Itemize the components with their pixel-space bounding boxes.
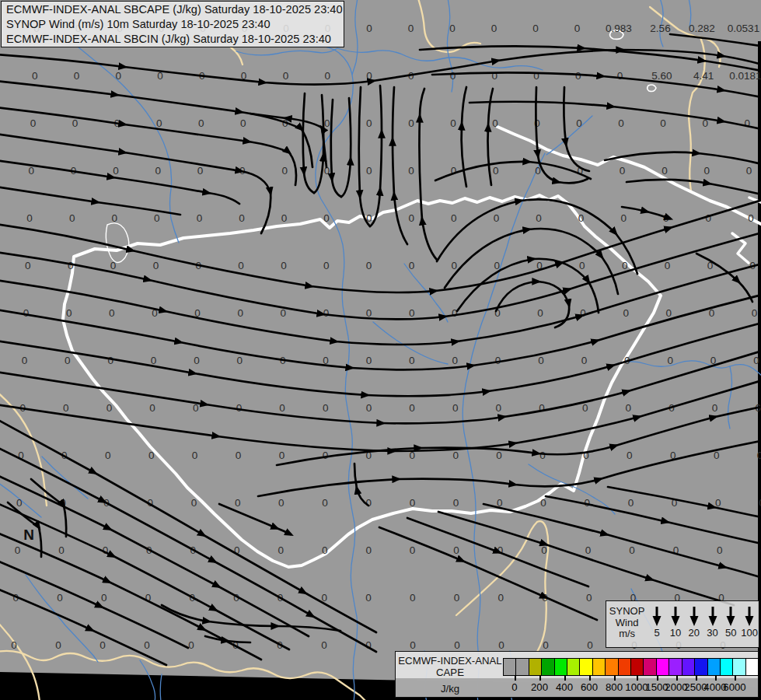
field-value: 0	[410, 497, 416, 509]
field-value: 0	[58, 544, 65, 556]
field-value: 0	[110, 260, 117, 271]
field-value: 0	[757, 450, 761, 461]
field-value: 4.41	[693, 70, 714, 82]
field-value: 0	[365, 497, 372, 509]
field-value: 0	[109, 307, 115, 319]
cape-color-cell	[580, 659, 592, 675]
field-value: 0	[194, 355, 200, 366]
field-value: 0	[151, 355, 157, 366]
field-value: 0	[239, 212, 245, 224]
cape-color-cell	[657, 659, 669, 675]
down-arrow-icon	[689, 605, 700, 626]
field-value: 0	[492, 117, 498, 129]
cape-color-cell	[721, 659, 733, 675]
field-value: 0	[580, 307, 586, 319]
field-value: 0	[585, 544, 592, 556]
field-value: 0	[537, 307, 543, 319]
cape-tick	[589, 675, 591, 681]
wind-legend: SYNOP Wind m/s 510203050100	[606, 600, 759, 648]
field-value: 0	[452, 355, 458, 366]
field-value: 0	[576, 117, 582, 129]
field-value: 0	[113, 165, 119, 177]
field-value: 0	[753, 355, 759, 366]
field-value: 2.56	[650, 23, 670, 34]
north-label: N	[23, 527, 34, 543]
field-value: 0	[452, 260, 458, 271]
field-value: 0	[452, 307, 458, 319]
cape-color-cell	[516, 659, 529, 675]
field-value: 0	[410, 544, 416, 556]
field-value: 0	[665, 260, 671, 271]
cape-tick	[564, 675, 566, 681]
field-value: 0	[63, 402, 69, 414]
cape-legend-parameter: CAPE	[396, 667, 504, 678]
field-value: 0	[99, 639, 106, 651]
field-value: 0	[574, 23, 581, 34]
field-value: 0	[30, 117, 37, 129]
field-value: 0	[452, 402, 459, 414]
down-arrow-icon	[707, 605, 718, 626]
field-value: 0	[238, 260, 244, 271]
field-value: 0	[532, 23, 539, 34]
field-value: 0	[69, 212, 75, 224]
field-value: 0	[149, 402, 155, 414]
cape-tick	[696, 675, 697, 681]
field-value: 0	[494, 212, 500, 224]
wind-speed-column: 10	[666, 605, 685, 647]
field-value: 0	[667, 355, 673, 366]
field-value: 0	[662, 165, 668, 177]
field-value: 0	[324, 70, 330, 82]
field-value: 0	[409, 260, 415, 271]
cape-tick-label: 6000	[717, 681, 752, 693]
field-value: 0	[107, 355, 113, 366]
field-value: 0	[106, 402, 113, 414]
down-arrow-icon	[651, 605, 662, 626]
field-value: 0	[105, 450, 111, 461]
cape-colorbar	[503, 658, 759, 676]
field-value: 0	[237, 355, 243, 366]
field-value: 0	[55, 639, 61, 651]
field-value: 0	[450, 117, 456, 129]
field-value: 0	[618, 117, 624, 129]
field-value: 0	[281, 212, 288, 224]
title-line-sbcin: ECMWF-INDEX-ANAL SBCIN (J/kg) Saturday 1…	[6, 32, 344, 47]
field-value: 0	[454, 592, 460, 604]
field-value: 0	[449, 23, 456, 34]
field-value: 0	[323, 260, 330, 271]
field-value: 0	[283, 70, 289, 82]
field-value: 0	[153, 260, 159, 271]
field-value: 0	[452, 450, 459, 461]
field-value: 0	[451, 212, 457, 224]
field-value: 0.282	[689, 23, 715, 34]
wind-speed-label: 5	[655, 627, 660, 639]
field-value: 0.983	[606, 23, 632, 34]
field-value: 0.0531	[728, 23, 759, 34]
field-value: 0	[323, 307, 330, 319]
field-value: 0	[322, 497, 328, 509]
cape-color-cell	[631, 659, 644, 675]
wind-speed-label: 20	[688, 627, 699, 639]
field-value: 0	[498, 592, 504, 604]
field-value: 0	[409, 355, 415, 366]
field-value: 0	[68, 260, 74, 271]
field-value: 0	[111, 212, 117, 224]
cape-color-cell	[733, 659, 745, 675]
field-value: 0	[494, 260, 500, 271]
field-value: 0	[366, 402, 372, 414]
field-value: 0	[538, 355, 544, 366]
field-value: 0	[408, 117, 414, 129]
field-value: 0	[279, 450, 285, 461]
map-title-box: ECMWF-INDEX-ANAL SBCAPE (J/kg) Saturday …	[1, 1, 344, 47]
field-value: 0	[706, 212, 712, 224]
cape-color-cell	[529, 659, 542, 675]
cape-tick	[657, 675, 658, 681]
field-value: 0	[536, 212, 542, 224]
field-value: 0	[666, 307, 672, 319]
field-value: 0	[579, 260, 585, 271]
wind-speed-label: 10	[670, 627, 681, 639]
field-value: 0	[496, 402, 502, 414]
title-line-sbcape: ECMWF-INDEX-ANAL SBCAPE (J/kg) Saturday …	[6, 2, 344, 17]
field-value: 0	[235, 497, 241, 509]
cape-color-cell	[682, 659, 695, 675]
field-value: 0	[533, 70, 539, 82]
